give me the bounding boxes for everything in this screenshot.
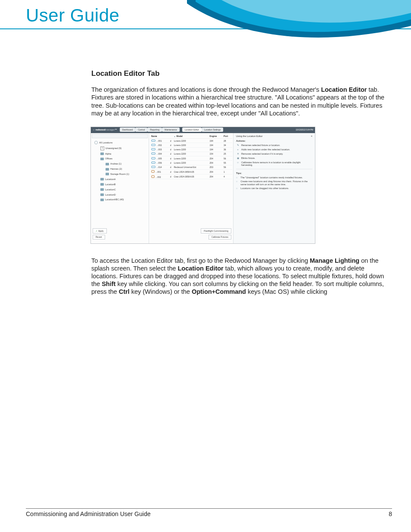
fixture-icon [151,148,156,150]
fixture-name: ...004 [156,152,162,155]
info-cell: d [169,143,173,147]
fixture-icon [151,175,155,178]
location-icon [94,141,98,144]
table-row[interactable]: ...005dLunera 220025456 [150,156,232,161]
tree-node[interactable]: Storage Room (1) [93,172,148,177]
location-tree: All Locations?Unassigned (9)AlphaOffices… [92,140,148,202]
nav-tab[interactable]: Control [135,128,147,132]
action-icon: ✕ [236,152,240,156]
intro-paragraph: The organization of fixtures and locatio… [91,86,389,117]
column-header[interactable]: Engine [209,134,222,139]
tree-node[interactable]: LocationABC (40) [93,197,148,202]
cell-port: 1 [222,169,232,174]
page-header-title: User Guide [26,5,119,26]
tree-node[interactable]: ?Unassigned (9) [93,146,148,151]
tree-node[interactable]: Hannes (2) [93,167,148,172]
bold-ctrl: Ctrl [119,288,130,295]
fixture-icon [151,162,156,164]
action-icon: + [236,148,240,152]
nav-tab[interactable]: Reporting [147,128,162,132]
tree-search-input[interactable] [92,134,148,138]
help-panel: Using the Location Editor× Actions: ✎Ren… [233,133,315,243]
table-row[interactable]: ...002dLunera 220019434 [150,143,232,147]
cell-eng: 254 [209,156,222,161]
cell-eng: 194 [209,143,222,147]
table-row[interactable]: ...004dLunera 220015425 [150,152,232,156]
table-row[interactable]: ...001dLunera 220019428 [150,139,232,143]
column-header[interactable]: Name [150,134,169,139]
table-row[interactable]: ...001dCree LR24-38SKA352541 [150,169,232,174]
fixture-icon [151,140,156,142]
column-header[interactable]: Model [173,134,209,139]
cell-eng: 254 [209,169,222,174]
calibrate-fixtures-button[interactable]: Calibrate Fixtures [209,235,231,240]
fixture-name: ...005 [156,157,162,160]
app-topbar: ☼ redwoodmanager™ DashboardControlReport… [91,127,315,133]
page-footer: Commissioning and Administration User Gu… [26,510,392,517]
tree-node-label: All Locations [99,141,112,144]
tree-node-label: Unassigned (9) [106,147,121,150]
cell-model: Lunera 2200 [173,152,209,156]
cell-model: Lunera 2200 [173,161,209,165]
bold-location-editor: Location Editor [321,86,367,93]
tree-node[interactable]: LocationA [93,177,148,182]
tree-node[interactable]: LocationD [93,192,148,197]
action-item: ✎Renames selected fixture or location. [236,143,312,148]
redwood-manager-window: ☼ redwoodmanager™ DashboardControlReport… [90,127,315,244]
cell-port: 55 [222,161,232,165]
flashlight-commissioning-button[interactable]: Flashlight Commissioning [201,228,231,233]
cell-port: 28 [222,139,232,143]
tree-node[interactable]: All Locations [93,140,148,146]
tree-node[interactable]: Offices [93,156,148,162]
tree-node-label: Andrae (1) [110,162,121,165]
location-icon [100,199,104,201]
tree-node-label: Offices [105,157,112,160]
text: key (Windows) or the [130,288,192,295]
location-icon [106,163,109,165]
brand-light: manager [106,128,115,131]
nav-tab[interactable]: Maintenance [162,128,180,132]
fixture-name: ...001 [156,171,161,173]
info-cell: d [169,174,173,179]
tree-node-label: LocationABC (40) [105,198,124,201]
action-text: Blinks fixture. [241,157,255,160]
tree-node[interactable]: Andrae (1) [93,162,148,167]
location-icon [100,183,104,186]
column-header[interactable] [169,134,173,139]
column-header[interactable]: Port [222,134,232,139]
location-icon [100,178,104,180]
question-icon: ? [100,146,104,150]
revert-button[interactable]: Revert [93,235,105,240]
tree-node-label: Storage Room (1) [110,173,129,176]
footer-rule [26,508,392,509]
tip-item: Create new locations and drag fixtures i… [236,180,312,187]
cell-port: 4 [222,174,232,179]
table-row[interactable]: ...003dLunera 220019436 [150,147,232,152]
info-cell: d [169,169,173,174]
cell-eng: 154 [209,152,222,156]
subnav-tab[interactable]: Location Settings [202,128,223,132]
cell-port: 36 [222,147,232,152]
action-item: ◉Blinks fixture. [236,156,312,161]
brand-bold: redwood [96,128,106,131]
subnav-tab[interactable]: Location Editor [182,128,202,132]
tree-node[interactable]: LocationC [93,187,148,192]
nav-tab[interactable]: Dashboard [120,128,135,132]
bold-location-editor-2: Location Editor [177,265,223,272]
apply-button[interactable]: Apply [93,228,107,233]
close-icon[interactable]: × [311,135,312,138]
cell-model: Cree LR24-38SKA35 [173,174,209,179]
fixture-icon [151,152,156,155]
tree-node[interactable]: LocationB [93,182,148,187]
topbar-datetime: 10/13/2013 5:04 PM [296,129,313,131]
table-row[interactable]: ...014dRedwood Universal Ext25356 [150,165,232,169]
tree-node[interactable]: Alpha [93,151,148,156]
cell-eng: 254 [209,174,222,179]
table-row[interactable]: ...006dLunera 220025455 [150,161,232,165]
cell-model: Redwood Universal Ext [173,165,209,169]
table-row[interactable]: ...002dCree LR24-38SKA352544 [150,174,232,179]
tips-heading: Tips: [236,172,312,175]
cell-port: 25 [222,152,232,156]
info-cell: d [169,139,173,143]
location-icon [106,168,109,171]
